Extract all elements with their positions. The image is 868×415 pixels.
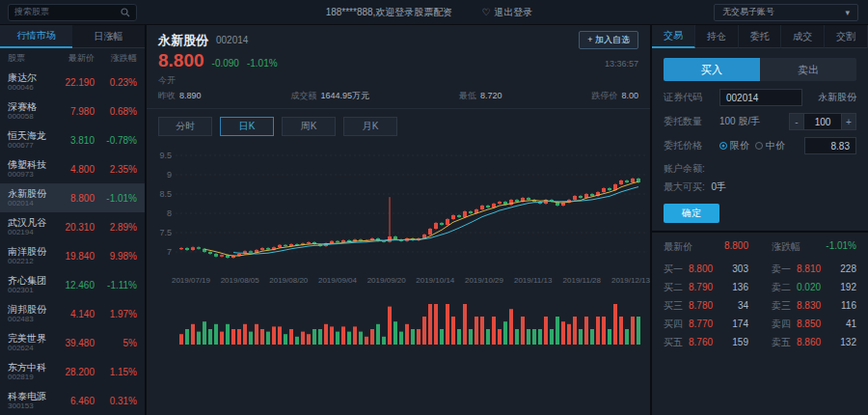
mid-price-radio[interactable]: 中价 (755, 139, 785, 152)
stock-price: 19.840 (48, 251, 95, 262)
sell-button[interactable]: 卖出 (760, 58, 856, 81)
book-level-row: 卖四 8.850 41 (772, 315, 856, 333)
stock-code: 002014 (8, 199, 48, 208)
price-field[interactable]: 8.83 (804, 137, 856, 154)
stock-search-input[interactable]: 搜索股票 (8, 4, 137, 21)
level-volume: 228 (827, 263, 856, 274)
add-watchlist-button[interactable]: + 加入自选 (579, 31, 638, 49)
column-last-price: 最新价 (48, 52, 95, 65)
chart-tab-3[interactable]: 月K (343, 117, 397, 136)
stock-name: 完美世界 (8, 333, 48, 345)
svg-text:9.5: 9.5 (159, 151, 172, 160)
logout-label: 退出登录 (494, 6, 532, 19)
market-tab-1[interactable]: 日涨幅 (72, 25, 145, 48)
stock-code: 000046 (8, 83, 48, 92)
trade-tab-2[interactable]: 委托 (739, 25, 782, 48)
confirm-button[interactable]: 确定 (664, 204, 719, 223)
stat-pair: 跌停价8.00 (591, 90, 638, 102)
stock-price: 3.810 (48, 135, 95, 146)
stock-name: 深赛格 (8, 101, 48, 113)
stock-row[interactable]: 武汉凡谷 002194 20.310 2.89% (0, 212, 145, 241)
code-field-label: 证券代码 (664, 91, 714, 104)
stock-price: 7.980 (48, 106, 95, 117)
chart-tab-1[interactable]: 日K (220, 117, 274, 136)
chart-tab-2[interactable]: 周K (282, 117, 336, 136)
level-price: 8.830 (797, 300, 827, 311)
svg-text:2019/07/19: 2019/07/19 (172, 276, 211, 285)
stat-pair: 最低8.720 (459, 90, 502, 102)
sidebar-watchlist: 行情市场日涨幅 股票 最新价 涨跌幅 康达尔 000046 22.190 0.2… (0, 25, 145, 415)
stock-change: 0.23% (95, 77, 137, 88)
stock-row[interactable]: 佛塑科技 000973 4.800 2.35% (0, 154, 145, 183)
trade-tab-0[interactable]: 交易 (652, 25, 695, 48)
svg-text:2019/12/13: 2019/12/13 (611, 276, 651, 285)
stock-price: 39.480 (48, 338, 95, 348)
stock-row[interactable]: 南洋股份 002212 19.840 9.98% (0, 241, 145, 270)
level-volume: 136 (719, 282, 748, 292)
limit-price-radio[interactable]: 限价 (719, 139, 749, 152)
candlestick-chart[interactable]: 9.598.587.572019/07/192019/08/052019/08/… (150, 142, 652, 352)
svg-text:2019/11/28: 2019/11/28 (563, 276, 602, 285)
market-tab-0[interactable]: 行情市场 (0, 25, 72, 48)
stock-change: 1.15% (95, 367, 137, 377)
logout-link[interactable]: ♡ 退出登录 (481, 6, 532, 19)
stock-price: 6.460 (48, 396, 95, 406)
search-icon (121, 8, 130, 17)
stock-row[interactable]: 齐心集团 002301 12.460 -1.11% (0, 270, 145, 299)
trade-tab-1[interactable]: 持仓 (695, 25, 739, 48)
market-tabs: 行情市场日涨幅 (0, 25, 145, 48)
quantity-field[interactable]: 100 (804, 113, 841, 130)
svg-text:2019/10/14: 2019/10/14 (416, 276, 455, 285)
stock-name: 恒天海龙 (8, 130, 48, 142)
level-label: 卖一 (772, 263, 797, 276)
stock-row[interactable]: 康达尔 000046 22.190 0.23% (0, 68, 145, 97)
stock-row[interactable]: 东方中科 002819 28.200 1.15% (0, 357, 145, 386)
stock-code: 000058 (8, 112, 48, 121)
stock-name: 康达尔 (8, 72, 48, 84)
stock-code: 002819 (8, 373, 48, 381)
quantity-minus-button[interactable]: - (789, 113, 804, 130)
book-level-row: 买四 8.770 174 (664, 315, 748, 333)
quote-panel: 永新股份 002014 + 加入自选 8.800 -0.090 -1.01% 1… (147, 25, 650, 415)
level-volume: 132 (827, 337, 856, 347)
stock-code: 000677 (8, 141, 48, 150)
chart-tab-0[interactable]: 分时 (158, 117, 212, 136)
stock-row[interactable]: 润邦股份 002483 4.140 1.97% (0, 299, 145, 328)
stock-name: 武汉凡谷 (8, 217, 48, 229)
stock-change: -1.11% (95, 280, 137, 290)
level-label: 买三 (664, 299, 689, 313)
stock-change: 1.97% (95, 309, 137, 319)
column-stock: 股票 (8, 52, 48, 65)
stock-code: 002483 (8, 315, 48, 323)
trade-tab-4[interactable]: 交割 (825, 25, 868, 48)
max-buyable: 最大可买: 0手 (652, 180, 868, 195)
code-field[interactable]: 002014 (719, 89, 802, 106)
level-price: 8.780 (689, 300, 719, 311)
stock-row[interactable]: 完美世界 002624 39.480 5% (0, 328, 145, 357)
stock-name: 科泰电源 (8, 391, 48, 402)
stock-row[interactable]: 恒天海龙 000677 3.810 -0.78% (0, 125, 145, 154)
topbar: 搜索股票 188****888,欢迎登录股票配资 ♡ 退出登录 无交易子账号 ▾ (0, 0, 868, 25)
main-content: 行情市场日涨幅 股票 最新价 涨跌幅 康达尔 000046 22.190 0.2… (0, 25, 868, 415)
buy-button[interactable]: 买入 (664, 58, 760, 81)
stock-name: 润邦股份 (8, 304, 48, 316)
trade-tab-3[interactable]: 成交 (781, 25, 825, 48)
level-label: 买一 (664, 263, 689, 276)
trade-panel: 交易持仓委托成交交割 买入 卖出 证券代码 002014 永新股份 委托数量 1… (652, 25, 868, 415)
svg-text:9: 9 (167, 170, 172, 180)
quantity-plus-button[interactable]: + (841, 113, 856, 130)
book-change-pct: 涨跌幅 -1.01% (760, 240, 856, 254)
stock-row[interactable]: 永新股份 002014 8.800 -1.01% (0, 183, 145, 212)
stock-row[interactable]: 科泰电源 300153 6.460 0.31% (0, 386, 145, 415)
stock-name: 东方中科 (8, 362, 48, 374)
level-price: 8.810 (797, 263, 827, 274)
stock-change: 5% (95, 338, 137, 348)
level-volume: 303 (719, 263, 748, 274)
stock-price: 4.800 (48, 164, 95, 175)
quote-stats: 昨收8.890成交额1644.95万元最低8.720跌停价8.00 (158, 90, 638, 108)
stock-row[interactable]: 深赛格 000058 7.980 0.68% (0, 97, 145, 125)
account-selector[interactable]: 无交易子账号 ▾ (714, 4, 858, 21)
book-level-row: 买三 8.780 34 (664, 296, 748, 315)
level-price: 8.770 (689, 318, 719, 329)
stock-code: 300153 (8, 401, 48, 410)
